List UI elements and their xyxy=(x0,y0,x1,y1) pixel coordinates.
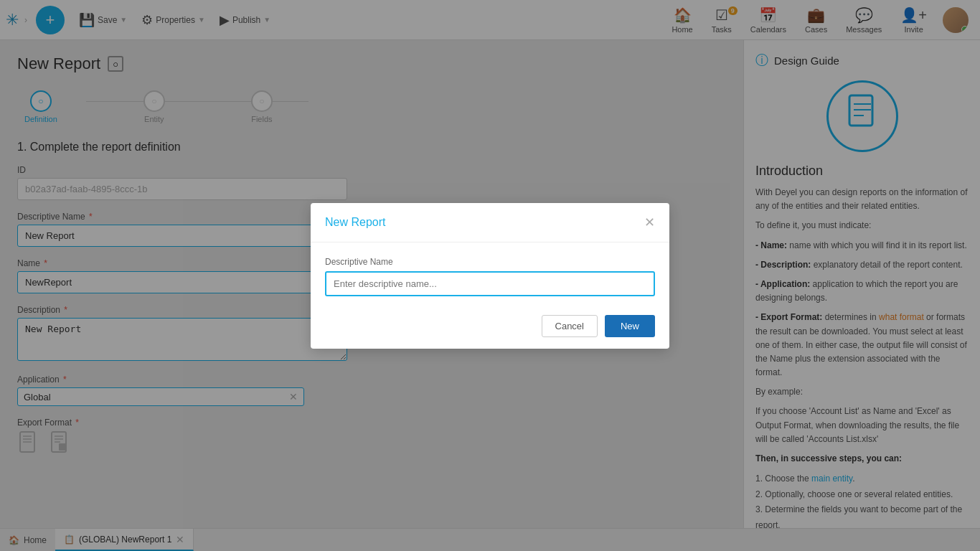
modal-descriptive-name-label: Descriptive Name xyxy=(325,257,655,267)
modal-new-button[interactable]: New xyxy=(605,315,655,337)
modal-body: Descriptive Name xyxy=(311,242,669,303)
new-report-modal: New Report ✕ Descriptive Name Cancel New xyxy=(311,203,669,349)
modal-footer: Cancel New xyxy=(311,303,669,349)
modal-header: New Report ✕ xyxy=(311,203,669,242)
modal-cancel-button[interactable]: Cancel xyxy=(542,315,598,337)
modal-close-button[interactable]: ✕ xyxy=(644,215,655,230)
modal-title: New Report xyxy=(325,216,385,229)
modal-overlay: New Report ✕ Descriptive Name Cancel New xyxy=(0,0,980,551)
modal-descriptive-name-input[interactable] xyxy=(325,271,655,296)
